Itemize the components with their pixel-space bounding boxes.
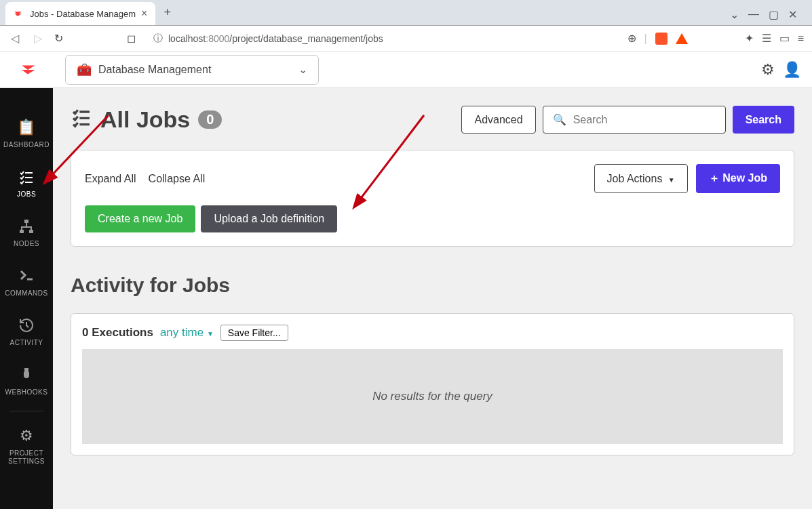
url-port: :8000: [206, 33, 229, 44]
clipboard-icon: 📋: [17, 118, 36, 137]
plus-icon: ＋: [709, 172, 720, 184]
list-check-icon: [17, 167, 36, 186]
favicon: [14, 8, 24, 19]
sidebar-item-webhooks[interactable]: WEBHOOKS: [0, 356, 53, 405]
forward-button[interactable]: ▷: [31, 32, 45, 45]
brave-rewards-icon[interactable]: [676, 33, 688, 44]
svg-rect-1: [20, 230, 24, 233]
empty-results: No results for the query: [82, 349, 783, 444]
close-window-icon[interactable]: ✕: [788, 8, 797, 21]
user-icon[interactable]: 👤: [783, 61, 801, 79]
app-logo[interactable]: [19, 60, 39, 80]
menu-icon[interactable]: ≡: [798, 33, 804, 45]
save-filter-button[interactable]: Save Filter...: [220, 325, 288, 341]
url-path: /project/database_management/jobs: [229, 33, 383, 44]
new-job-button[interactable]: ＋ New Job: [696, 164, 780, 193]
zoom-icon[interactable]: ⊕: [627, 32, 636, 45]
window-controls: ⌄ — ▢ ✕: [720, 4, 807, 25]
browser-tab-bar: Jobs - Database Managem × + ⌄ — ▢ ✕: [0, 0, 812, 26]
reload-button[interactable]: ↻: [54, 32, 63, 45]
activity-title: Activity for Jobs: [71, 274, 794, 297]
site-info-icon[interactable]: ⓘ: [153, 33, 163, 45]
sidebar-label: ACTIVITY: [9, 339, 43, 346]
search-icon: 🔍: [553, 113, 566, 126]
minimize-icon[interactable]: —: [748, 8, 759, 21]
time-filter-dropdown[interactable]: any time ▼: [160, 326, 214, 340]
expand-all-link[interactable]: Expand All: [85, 173, 136, 185]
app-header: 🧰 Database Management ⌄ ⚙ 👤: [0, 52, 812, 88]
page-title: All Jobs: [100, 106, 190, 133]
sidebar-item-dashboard[interactable]: 📋 DASHBOARD: [0, 108, 53, 158]
caret-down-icon: ▼: [668, 176, 675, 184]
divider: |: [644, 33, 647, 45]
browser-tab[interactable]: Jobs - Database Managem ×: [5, 2, 155, 25]
project-name: Database Management: [98, 64, 211, 76]
url-host: localhost: [168, 33, 206, 44]
svg-rect-2: [29, 230, 33, 233]
upload-job-button[interactable]: Upload a Job definition: [201, 205, 337, 232]
maximize-icon[interactable]: ▢: [769, 8, 779, 21]
network-icon: [17, 217, 36, 236]
gears-icon: ⚙: [17, 426, 36, 445]
sidebar-label: COMMANDS: [5, 289, 47, 297]
url-bar[interactable]: ⓘ localhost:8000/project/database_manage…: [145, 33, 618, 45]
sidebar-label: NODES: [14, 240, 39, 247]
sidebar-label: PROJECTSETTINGS: [8, 449, 45, 466]
sidebar-item-nodes[interactable]: NODES: [0, 207, 53, 257]
empty-text: No results for the query: [372, 390, 492, 403]
create-job-button[interactable]: Create a new Job: [85, 205, 195, 232]
collapse-all-link[interactable]: Collapse All: [149, 173, 206, 185]
back-button[interactable]: ◁: [8, 32, 22, 45]
sidebar-label: JOBS: [17, 190, 36, 198]
main-content: All Jobs 0 Advanced 🔍 Search Expand All …: [53, 88, 812, 509]
sidebar: 📋 DASHBOARD JOBS NODES COMMANDS ACTIVITY…: [0, 88, 53, 509]
history-icon: [17, 316, 36, 335]
executions-count: 0 Executions: [82, 326, 153, 340]
advanced-button[interactable]: Advanced: [461, 106, 535, 134]
extensions-icon[interactable]: ✦: [745, 32, 754, 45]
wallet-icon[interactable]: ▭: [779, 32, 790, 45]
playlist-icon[interactable]: ☰: [762, 32, 771, 45]
sidebar-divider: [9, 411, 43, 411]
job-count-badge: 0: [198, 110, 222, 129]
gear-icon[interactable]: ⚙: [761, 61, 775, 79]
sidebar-label: DASHBOARD: [3, 141, 50, 148]
toolbox-icon: 🧰: [77, 62, 92, 77]
svg-rect-0: [24, 220, 28, 223]
search-input[interactable]: [573, 114, 716, 126]
brave-shield-icon[interactable]: [655, 33, 668, 45]
browser-toolbar: ◁ ▷ ↻ ◻ ⓘ localhost:8000/project/databas…: [0, 26, 812, 52]
terminal-icon: [17, 266, 36, 285]
project-selector[interactable]: 🧰 Database Management ⌄: [65, 55, 319, 85]
sidebar-item-jobs[interactable]: JOBS: [0, 158, 53, 207]
sidebar-item-activity[interactable]: ACTIVITY: [0, 306, 53, 356]
bookmark-icon[interactable]: ◻: [127, 32, 136, 45]
new-tab-button[interactable]: +: [155, 0, 179, 25]
close-tab-icon[interactable]: ×: [141, 7, 147, 20]
executions-panel: 0 Executions any time ▼ Save Filter... N…: [71, 313, 794, 455]
chevron-down-icon: ⌄: [298, 63, 307, 76]
search-button[interactable]: Search: [733, 106, 794, 134]
caret-down-icon: ▼: [207, 330, 214, 338]
tab-title: Jobs - Database Managem: [30, 9, 136, 19]
sidebar-item-commands[interactable]: COMMANDS: [0, 257, 53, 306]
page-title-row: All Jobs 0 Advanced 🔍 Search: [71, 106, 794, 134]
search-box[interactable]: 🔍: [543, 106, 726, 134]
sidebar-item-project-settings[interactable]: ⚙ PROJECTSETTINGS: [0, 417, 53, 475]
job-actions-dropdown[interactable]: Job Actions ▼: [594, 164, 688, 193]
list-icon: [71, 106, 92, 133]
more-icon[interactable]: ⌄: [730, 8, 739, 21]
jobs-panel: Expand All Collapse All Job Actions ▼ ＋ …: [71, 150, 794, 247]
sidebar-label: WEBHOOKS: [5, 388, 48, 396]
plug-icon: [17, 365, 36, 384]
